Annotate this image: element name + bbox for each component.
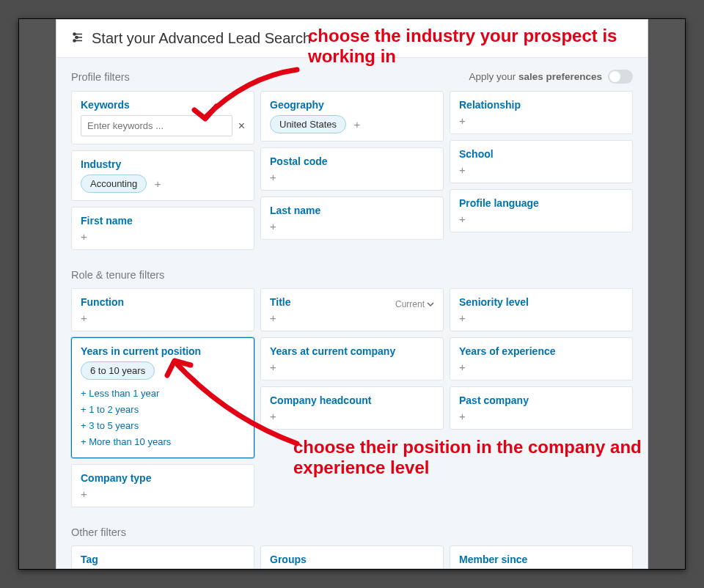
filter-school-title: School — [459, 148, 623, 160]
filter-postal[interactable]: Postal code + — [260, 147, 444, 191]
close-icon[interactable]: × — [238, 120, 245, 133]
add-icon[interactable]: + — [270, 172, 434, 183]
filter-membersince-title: Member since — [459, 554, 623, 565]
filter-settings-icon[interactable] — [71, 31, 84, 47]
add-icon[interactable]: + — [459, 411, 623, 422]
filter-profilelang[interactable]: Profile language + — [450, 189, 633, 232]
title-scope-dropdown[interactable]: Current — [395, 299, 434, 309]
geography-pill[interactable]: United States — [270, 115, 346, 133]
search-header: Start your Advanced Lead Search — [56, 20, 648, 58]
filter-geography-title: Geography — [270, 99, 434, 111]
yip-option[interactable]: + Less than 1 year — [81, 386, 245, 402]
app-window: Start your Advanced Lead Search Profile … — [56, 19, 648, 569]
role-filter-grid: Function + Years in current position 6 t… — [56, 288, 648, 515]
filter-headcount-title: Company headcount — [270, 394, 434, 406]
filter-lastname-title: Last name — [270, 205, 434, 216]
section-role-label: Role & tenure filters — [71, 269, 164, 281]
filter-years-experience[interactable]: Years of experience + — [450, 337, 633, 381]
filter-tag-title: Tag — [81, 554, 245, 565]
filter-postal-title: Postal code — [270, 155, 434, 167]
filter-seniority-title: Seniority level — [459, 296, 623, 308]
add-icon[interactable]: + — [459, 164, 623, 175]
filter-tag[interactable]: Tag + — [71, 545, 254, 569]
filter-years-in-position[interactable]: Years in current position 6 to 10 years … — [71, 337, 254, 458]
sales-pref-toggle[interactable] — [608, 70, 633, 84]
filter-geography[interactable]: Geography United States + — [260, 91, 444, 142]
filter-lastname[interactable]: Last name + — [260, 196, 444, 240]
add-icon[interactable]: + — [459, 213, 623, 224]
add-geography-icon[interactable]: + — [354, 119, 361, 130]
filter-yac-title: Years at current company — [270, 345, 434, 357]
filter-groups-title: Groups — [270, 554, 434, 565]
yip-option[interactable]: + More than 10 years — [81, 434, 245, 450]
filter-pastcompany[interactable]: Past company + — [450, 386, 633, 430]
add-icon[interactable]: + — [270, 312, 434, 323]
filter-headcount[interactable]: Company headcount + — [260, 386, 444, 430]
filter-companytype-title: Company type — [81, 472, 245, 484]
filter-seniority[interactable]: Seniority level + — [450, 288, 633, 331]
other-filter-grid: Tag + Groups + Member since + — [56, 545, 648, 569]
filter-yoe-title: Years of experience — [459, 345, 623, 357]
profile-filter-grid: Keywords × Industry Accounting + First n… — [56, 91, 648, 257]
section-profile-label: Profile filters — [71, 71, 130, 83]
yip-option[interactable]: + 3 to 5 years — [81, 418, 245, 434]
filter-yip-title: Years in current position — [81, 345, 245, 357]
filter-school[interactable]: School + — [450, 140, 633, 183]
industry-pill[interactable]: Accounting — [81, 174, 147, 193]
sales-preferences-toggle-group: Apply your sales preferences — [469, 70, 633, 84]
yip-option[interactable]: + 1 to 2 years — [81, 402, 245, 418]
filter-relationship-title: Relationship — [459, 99, 623, 111]
filter-keywords[interactable]: Keywords × — [71, 91, 254, 144]
section-other-bar: Other filters — [56, 515, 648, 545]
filter-title-title: Title — [270, 296, 291, 308]
add-icon[interactable]: + — [81, 488, 245, 499]
section-other-label: Other filters — [71, 526, 126, 538]
filter-function[interactable]: Function + — [71, 288, 254, 331]
add-icon[interactable]: + — [81, 231, 245, 242]
filter-industry-title: Industry — [81, 158, 245, 170]
add-icon[interactable]: + — [459, 361, 623, 372]
add-icon[interactable]: + — [270, 411, 434, 422]
sales-pref-label: Apply your sales preferences — [469, 71, 602, 82]
add-icon[interactable]: + — [270, 221, 434, 232]
filter-relationship[interactable]: Relationship + — [450, 91, 633, 134]
filter-groups[interactable]: Groups + — [260, 545, 444, 569]
add-icon[interactable]: + — [459, 115, 623, 126]
filter-keywords-title: Keywords — [81, 99, 245, 111]
toggle-knob — [609, 71, 620, 82]
filter-firstname[interactable]: First name + — [71, 207, 254, 250]
keywords-input[interactable] — [81, 115, 232, 136]
filter-membersince[interactable]: Member since + — [450, 545, 633, 569]
chevron-down-icon — [427, 301, 434, 308]
filter-title[interactable]: Title Current + — [260, 288, 444, 331]
filter-firstname-title: First name — [81, 215, 245, 227]
add-icon[interactable]: + — [81, 312, 245, 323]
add-industry-icon[interactable]: + — [155, 178, 161, 189]
add-icon[interactable]: + — [270, 361, 434, 372]
yip-suggestions: + Less than 1 year + 1 to 2 years + 3 to… — [81, 386, 245, 450]
filter-industry[interactable]: Industry Accounting + — [71, 150, 254, 201]
filter-function-title: Function — [81, 296, 245, 308]
section-profile-bar: Profile filters Apply your sales prefere… — [56, 58, 648, 91]
section-role-bar: Role & tenure filters — [56, 257, 648, 288]
filter-profilelang-title: Profile language — [459, 197, 623, 209]
filter-pastcompany-title: Past company — [459, 394, 623, 406]
filter-companytype[interactable]: Company type + — [71, 464, 254, 507]
add-icon[interactable]: + — [459, 312, 623, 323]
page-title: Start your Advanced Lead Search — [92, 30, 311, 47]
yip-pill[interactable]: 6 to 10 years — [81, 361, 155, 380]
screenshot-frame: Start your Advanced Lead Search Profile … — [18, 18, 686, 570]
filter-years-at-company[interactable]: Years at current company + — [260, 337, 444, 381]
